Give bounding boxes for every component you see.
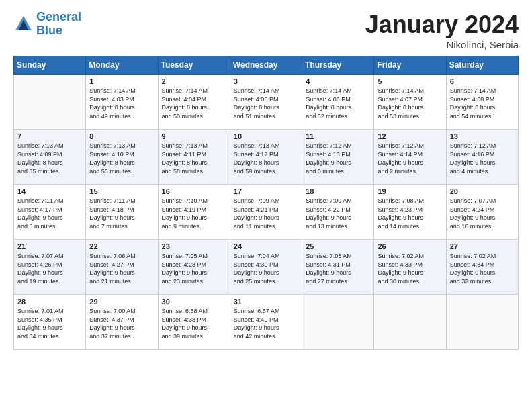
day-info: Sunrise: 7:07 AM Sunset: 4:24 PM Dayligh… xyxy=(450,197,515,230)
day-info: Sunrise: 7:07 AM Sunset: 4:26 PM Dayligh… xyxy=(17,252,82,285)
day-number: 29 xyxy=(89,298,154,306)
calendar-cell: 14Sunrise: 7:11 AM Sunset: 4:17 PM Dayli… xyxy=(14,185,86,240)
calendar-cell: 29Sunrise: 7:00 AM Sunset: 4:37 PM Dayli… xyxy=(86,295,158,350)
calendar-week-4: 21Sunrise: 7:07 AM Sunset: 4:26 PM Dayli… xyxy=(14,240,519,295)
calendar-cell: 6Sunrise: 7:14 AM Sunset: 4:08 PM Daylig… xyxy=(446,75,518,130)
calendar-cell: 26Sunrise: 7:02 AM Sunset: 4:33 PM Dayli… xyxy=(374,240,446,295)
day-info: Sunrise: 7:06 AM Sunset: 4:27 PM Dayligh… xyxy=(89,252,154,285)
day-number: 6 xyxy=(450,77,515,85)
page-container: General Blue January 2024 Nikolinci, Ser… xyxy=(0,0,532,357)
day-number: 7 xyxy=(17,132,82,140)
calendar-cell: 23Sunrise: 7:05 AM Sunset: 4:28 PM Dayli… xyxy=(158,240,230,295)
day-info: Sunrise: 7:03 AM Sunset: 4:31 PM Dayligh… xyxy=(306,252,370,285)
day-number: 4 xyxy=(306,77,370,85)
day-info: Sunrise: 7:14 AM Sunset: 4:04 PM Dayligh… xyxy=(162,87,226,120)
day-info: Sunrise: 7:12 AM Sunset: 4:16 PM Dayligh… xyxy=(450,142,515,175)
calendar-cell: 3Sunrise: 7:14 AM Sunset: 4:05 PM Daylig… xyxy=(230,75,302,130)
header: General Blue January 2024 Nikolinci, Ser… xyxy=(13,11,519,50)
logo-general: General xyxy=(36,10,81,24)
calendar-cell: 18Sunrise: 7:09 AM Sunset: 4:22 PM Dayli… xyxy=(302,185,374,240)
day-info: Sunrise: 7:13 AM Sunset: 4:11 PM Dayligh… xyxy=(162,142,226,175)
day-info: Sunrise: 7:02 AM Sunset: 4:34 PM Dayligh… xyxy=(450,252,515,285)
calendar-week-2: 7Sunrise: 7:13 AM Sunset: 4:09 PM Daylig… xyxy=(14,130,519,185)
calendar-week-5: 28Sunrise: 7:01 AM Sunset: 4:35 PM Dayli… xyxy=(14,295,519,350)
day-info: Sunrise: 7:08 AM Sunset: 4:23 PM Dayligh… xyxy=(378,197,442,230)
calendar-cell: 28Sunrise: 7:01 AM Sunset: 4:35 PM Dayli… xyxy=(14,295,86,350)
day-number: 5 xyxy=(378,77,442,85)
calendar-cell: 19Sunrise: 7:08 AM Sunset: 4:23 PM Dayli… xyxy=(374,185,446,240)
header-day-wednesday: Wednesday xyxy=(230,56,302,75)
day-info: Sunrise: 7:14 AM Sunset: 4:06 PM Dayligh… xyxy=(306,87,370,120)
day-info: Sunrise: 7:11 AM Sunset: 4:17 PM Dayligh… xyxy=(17,197,82,230)
day-info: Sunrise: 7:14 AM Sunset: 4:07 PM Dayligh… xyxy=(378,87,442,120)
day-info: Sunrise: 7:12 AM Sunset: 4:13 PM Dayligh… xyxy=(306,142,370,175)
day-number: 10 xyxy=(234,132,298,140)
day-info: Sunrise: 7:02 AM Sunset: 4:33 PM Dayligh… xyxy=(378,252,442,285)
logo-icon xyxy=(13,14,34,34)
day-number: 9 xyxy=(162,132,226,140)
calendar-cell xyxy=(446,295,518,350)
day-number: 14 xyxy=(17,187,82,195)
calendar-cell: 17Sunrise: 7:09 AM Sunset: 4:21 PM Dayli… xyxy=(230,185,302,240)
calendar-cell: 30Sunrise: 6:58 AM Sunset: 4:38 PM Dayli… xyxy=(158,295,230,350)
calendar-body: 1Sunrise: 7:14 AM Sunset: 4:03 PM Daylig… xyxy=(14,75,519,350)
day-number: 16 xyxy=(162,187,226,195)
day-number: 12 xyxy=(378,132,442,140)
day-info: Sunrise: 6:58 AM Sunset: 4:38 PM Dayligh… xyxy=(162,307,226,340)
day-info: Sunrise: 7:13 AM Sunset: 4:10 PM Dayligh… xyxy=(89,142,154,175)
day-info: Sunrise: 7:11 AM Sunset: 4:18 PM Dayligh… xyxy=(89,197,154,230)
day-number: 3 xyxy=(234,77,298,85)
calendar-cell: 31Sunrise: 6:57 AM Sunset: 4:40 PM Dayli… xyxy=(230,295,302,350)
logo-blue: Blue xyxy=(36,24,62,37)
day-info: Sunrise: 7:04 AM Sunset: 4:30 PM Dayligh… xyxy=(234,252,298,285)
day-info: Sunrise: 7:14 AM Sunset: 4:08 PM Dayligh… xyxy=(450,87,515,120)
day-info: Sunrise: 7:13 AM Sunset: 4:12 PM Dayligh… xyxy=(234,142,298,175)
day-number: 27 xyxy=(450,242,515,250)
logo-text: General Blue xyxy=(36,11,81,38)
day-info: Sunrise: 7:14 AM Sunset: 4:05 PM Dayligh… xyxy=(234,87,298,120)
day-number: 18 xyxy=(306,187,370,195)
calendar-cell: 15Sunrise: 7:11 AM Sunset: 4:18 PM Dayli… xyxy=(86,185,158,240)
day-number: 19 xyxy=(378,187,442,195)
day-number: 26 xyxy=(378,242,442,250)
day-info: Sunrise: 7:09 AM Sunset: 4:22 PM Dayligh… xyxy=(306,197,370,230)
calendar-cell: 13Sunrise: 7:12 AM Sunset: 4:16 PM Dayli… xyxy=(446,130,518,185)
calendar-cell: 25Sunrise: 7:03 AM Sunset: 4:31 PM Dayli… xyxy=(302,240,374,295)
location-subtitle: Nikolinci, Serbia xyxy=(365,39,519,50)
day-info: Sunrise: 7:00 AM Sunset: 4:37 PM Dayligh… xyxy=(89,307,154,340)
calendar-cell xyxy=(302,295,374,350)
day-info: Sunrise: 7:14 AM Sunset: 4:03 PM Dayligh… xyxy=(89,87,154,120)
month-title: January 2024 xyxy=(365,11,519,39)
calendar-cell: 24Sunrise: 7:04 AM Sunset: 4:30 PM Dayli… xyxy=(230,240,302,295)
calendar-cell: 12Sunrise: 7:12 AM Sunset: 4:14 PM Dayli… xyxy=(374,130,446,185)
day-info: Sunrise: 6:57 AM Sunset: 4:40 PM Dayligh… xyxy=(234,307,298,340)
calendar-cell: 1Sunrise: 7:14 AM Sunset: 4:03 PM Daylig… xyxy=(86,75,158,130)
day-number: 17 xyxy=(234,187,298,195)
day-number: 23 xyxy=(162,242,226,250)
day-number: 2 xyxy=(162,77,226,85)
calendar-cell: 27Sunrise: 7:02 AM Sunset: 4:34 PM Dayli… xyxy=(446,240,518,295)
header-day-sunday: Sunday xyxy=(14,56,86,75)
day-number: 22 xyxy=(89,242,154,250)
calendar-cell: 20Sunrise: 7:07 AM Sunset: 4:24 PM Dayli… xyxy=(446,185,518,240)
day-number: 13 xyxy=(450,132,515,140)
day-number: 31 xyxy=(234,298,298,306)
calendar-cell: 7Sunrise: 7:13 AM Sunset: 4:09 PM Daylig… xyxy=(14,130,86,185)
day-number: 8 xyxy=(89,132,154,140)
day-info: Sunrise: 7:09 AM Sunset: 4:21 PM Dayligh… xyxy=(234,197,298,230)
calendar-week-1: 1Sunrise: 7:14 AM Sunset: 4:03 PM Daylig… xyxy=(14,75,519,130)
calendar-table: SundayMondayTuesdayWednesdayThursdayFrid… xyxy=(13,56,519,350)
day-info: Sunrise: 7:13 AM Sunset: 4:09 PM Dayligh… xyxy=(17,142,82,175)
day-info: Sunrise: 7:05 AM Sunset: 4:28 PM Dayligh… xyxy=(162,252,226,285)
header-day-tuesday: Tuesday xyxy=(158,56,230,75)
calendar-cell: 8Sunrise: 7:13 AM Sunset: 4:10 PM Daylig… xyxy=(86,130,158,185)
day-info: Sunrise: 7:01 AM Sunset: 4:35 PM Dayligh… xyxy=(17,307,82,340)
calendar-cell xyxy=(14,75,86,130)
calendar-cell: 16Sunrise: 7:10 AM Sunset: 4:19 PM Dayli… xyxy=(158,185,230,240)
calendar-cell: 21Sunrise: 7:07 AM Sunset: 4:26 PM Dayli… xyxy=(14,240,86,295)
calendar-cell: 4Sunrise: 7:14 AM Sunset: 4:06 PM Daylig… xyxy=(302,75,374,130)
calendar-cell xyxy=(374,295,446,350)
header-day-thursday: Thursday xyxy=(302,56,374,75)
title-block: January 2024 Nikolinci, Serbia xyxy=(365,11,519,50)
day-number: 28 xyxy=(17,298,82,306)
